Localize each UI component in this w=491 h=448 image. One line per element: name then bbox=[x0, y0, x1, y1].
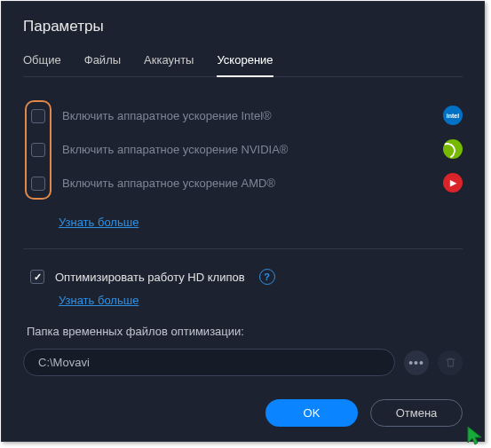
checkbox-optimize-hd[interactable] bbox=[30, 270, 44, 284]
nvidia-icon bbox=[443, 139, 463, 159]
label-amd: Включить аппаратное ускорение AMD® bbox=[62, 177, 275, 190]
link-learn-more-optimize[interactable]: Узнать больше bbox=[59, 294, 139, 307]
link-learn-more-hw[interactable]: Узнать больше bbox=[59, 216, 139, 229]
optimize-row: Оптимизировать работу HD клипов ? bbox=[30, 269, 463, 285]
window-title: Параметры bbox=[23, 18, 463, 35]
ok-button[interactable]: OK bbox=[265, 399, 358, 427]
tab-accounts[interactable]: Аккаунты bbox=[144, 53, 194, 76]
cancel-button[interactable]: Отмена bbox=[370, 399, 463, 427]
ellipsis-icon: ••• bbox=[408, 357, 424, 369]
hardware-rows: Включить аппаратное ускорение Intel® int… bbox=[62, 100, 463, 190]
delete-folder-button[interactable] bbox=[438, 350, 463, 375]
checkbox-highlight-annotation bbox=[25, 100, 51, 200]
divider bbox=[23, 248, 463, 249]
cursor-arrow-annotation bbox=[464, 425, 486, 446]
footer-buttons: OK Отмена bbox=[265, 399, 463, 427]
help-icon[interactable]: ? bbox=[259, 269, 275, 285]
settings-window: Параметры Общие Файлы Аккаунты Ускорение… bbox=[1, 1, 485, 442]
row-amd: Включить аппаратное ускорение AMD® ▶ bbox=[62, 176, 463, 190]
folder-label: Папка временных файлов оптимизации: bbox=[27, 325, 463, 338]
path-row: ••• bbox=[23, 349, 463, 376]
label-nvidia: Включить аппаратное ускорение NVIDIA® bbox=[62, 143, 288, 156]
tabs-bar: Общие Файлы Аккаунты Ускорение bbox=[23, 53, 463, 77]
checkbox-intel-acceleration[interactable] bbox=[31, 109, 45, 123]
tab-general[interactable]: Общие bbox=[23, 53, 61, 76]
browse-button[interactable]: ••• bbox=[404, 350, 429, 375]
label-intel: Включить аппаратное ускорение Intel® bbox=[62, 109, 272, 122]
amd-icon: ▶ bbox=[443, 173, 463, 193]
checkbox-amd-acceleration[interactable] bbox=[31, 177, 45, 191]
label-optimize-hd: Оптимизировать работу HD клипов bbox=[55, 271, 245, 284]
tab-files[interactable]: Файлы bbox=[84, 53, 121, 76]
temp-folder-input[interactable] bbox=[23, 349, 395, 376]
checkbox-nvidia-acceleration[interactable] bbox=[31, 143, 45, 157]
row-intel: Включить аппаратное ускорение Intel® int… bbox=[62, 108, 463, 122]
row-nvidia: Включить аппаратное ускорение NVIDIA® bbox=[62, 142, 463, 156]
hardware-acceleration-block: Включить аппаратное ускорение Intel® int… bbox=[23, 100, 463, 200]
trash-icon bbox=[445, 357, 456, 368]
intel-icon: intel bbox=[443, 106, 463, 125]
tab-acceleration[interactable]: Ускорение bbox=[217, 53, 273, 77]
